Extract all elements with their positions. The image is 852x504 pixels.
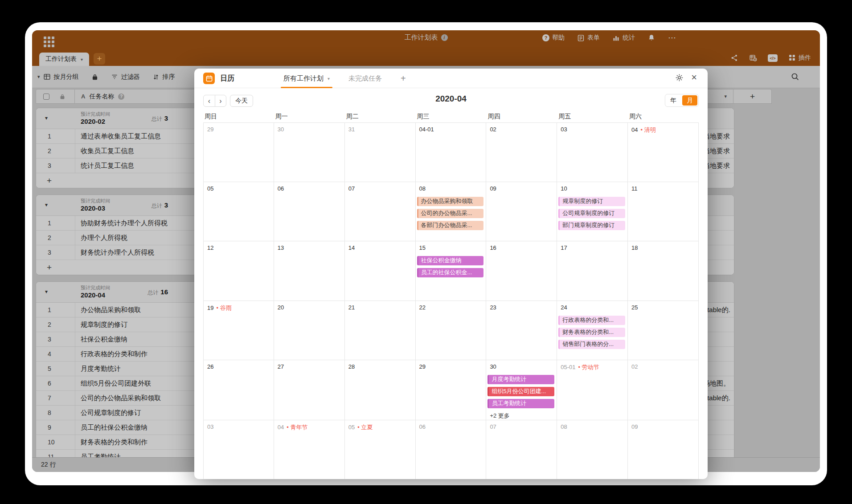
search-icon[interactable] [791,72,799,81]
stats-button[interactable]: 统计 [612,34,635,42]
day-number-row: 21 [345,301,415,313]
day-cell[interactable]: 05 [203,182,274,241]
day-cell[interactable]: 04• 青年节 [274,420,345,479]
day-cell[interactable]: 02 [486,123,557,182]
day-cell[interactable]: 27 [274,360,345,420]
settings-gear-icon[interactable] [675,73,684,82]
filter-button[interactable]: 过滤器 [121,73,140,81]
tab-all-plans[interactable]: 所有工作计划 ▾ [283,69,330,88]
event-chip[interactable]: 社保公积金缴纳 [417,256,484,265]
day-cell[interactable]: 05• 立夏 [345,420,416,479]
forms-button[interactable]: 表单 [577,34,600,42]
lock-icon[interactable] [91,73,98,81]
event-chip[interactable]: 月度考勤统计 [487,375,554,384]
day-cell[interactable]: 09 [628,420,699,479]
day-number-row: 02 [486,123,557,135]
event-chip[interactable]: 财务表格的分类和... [558,328,625,337]
more-events-link[interactable]: +2 更多 [490,412,557,420]
day-cell[interactable]: 07 [486,420,557,479]
day-cell[interactable]: 19• 谷雨 [203,301,274,360]
plugins-button[interactable]: 插件 [788,54,811,62]
group-collapse-caret[interactable]: ▾ [45,202,48,208]
add-column-button[interactable]: + [733,89,772,104]
day-cell[interactable]: 23 [486,301,557,360]
sheet-tab-active[interactable]: 工作计划表 ▾ [39,53,89,66]
day-cell[interactable]: 21 [345,301,416,360]
event-chip[interactable]: 办公物品采购和领取 [417,197,484,206]
share-button[interactable] [730,54,738,62]
day-cell[interactable]: 14 [345,241,416,300]
date-label: 05 [348,424,355,431]
day-cell[interactable]: 29 [203,123,274,182]
day-cell[interactable]: 30 [274,123,345,182]
day-number-row: 15 [416,241,486,253]
day-cell[interactable]: 20 [274,301,345,360]
day-cell[interactable]: 29 [416,360,487,420]
day-cell[interactable]: 10规章制度的修订公司规章制度的修订部门规章制度的修订 [557,182,628,241]
select-all-checkbox[interactable] [43,93,49,100]
more-menu-button[interactable]: ⋯ [668,36,676,40]
day-cell[interactable]: 24行政表格的分类和...财务表格的分类和...销售部门表格的分... [557,301,628,360]
day-cell[interactable]: 03 [203,420,274,479]
day-cell[interactable]: 04• 清明 [628,123,699,182]
day-cell[interactable]: 30月度考勤统计组织5月份公司团建...员工考勤统计+2 更多 [486,360,557,420]
day-cell[interactable]: 18 [628,241,699,300]
date-label: 03 [207,423,213,430]
event-chip[interactable]: 员工的社保公积金... [417,268,484,277]
day-cell[interactable]: 09 [486,182,557,241]
day-cell[interactable]: 04-01 [416,123,487,182]
day-cell[interactable]: 22 [416,301,487,360]
tab-unfinished-tasks[interactable]: 未完成任务 [348,69,382,88]
year-toggle[interactable]: 年 [665,94,681,106]
event-chip[interactable]: 行政表格的分类和... [558,316,625,325]
group-collapse-caret[interactable]: ▾ [45,115,48,121]
day-cell[interactable]: 08办公物品采购和领取公司的办公物品采...各部门办公物品采... [416,182,487,241]
event-chip[interactable]: 各部门办公物品采... [417,221,484,230]
day-cell[interactable]: 25 [628,301,699,360]
day-cell[interactable]: 06 [274,182,345,241]
weekday-label: 周四 [486,113,557,122]
day-cell[interactable]: 15社保公积金缴纳员工的社保公积金... [416,241,487,300]
date-label: 24 [561,304,567,311]
add-sheet-button[interactable]: + [94,53,105,65]
event-chip[interactable]: 销售部门表格的分... [558,340,625,349]
event-chip[interactable]: 公司规章制度的修订 [558,209,625,218]
automation-button[interactable] [749,54,757,62]
view-name[interactable]: 按月分组 [54,73,79,81]
notifications-button[interactable] [647,34,655,42]
close-icon[interactable]: × [691,72,697,83]
day-cell[interactable]: 02 [628,360,699,420]
info-icon[interactable]: i [441,34,448,41]
bell-icon [647,34,655,42]
view-dropdown-caret[interactable]: ▾ [37,74,40,80]
day-cell[interactable]: 17 [557,241,628,300]
event-chip[interactable]: 员工考勤统计 [487,399,554,408]
column-dropdown-caret[interactable]: ▾ [724,93,727,99]
help-button[interactable]: ? 帮助 [542,34,565,42]
day-cell[interactable]: 12 [203,241,274,300]
month-toggle[interactable]: 月 [682,95,697,106]
event-chip[interactable]: 公司的办公物品采... [417,209,484,218]
day-cell[interactable]: 16 [486,241,557,300]
day-cell[interactable]: 08 [557,420,628,479]
group-value: 2020-04 [81,291,105,299]
table-clock-icon [749,54,757,62]
event-chip[interactable]: 部门规章制度的修订 [558,221,625,230]
day-cell[interactable]: 03 [557,123,628,182]
day-cell[interactable]: 07 [345,182,416,241]
day-cell[interactable]: 06 [416,420,487,479]
day-cell[interactable]: 31 [345,123,416,182]
event-chip[interactable]: 规章制度的修订 [558,197,625,206]
event-chip[interactable]: 组织5月份公司团建... [487,387,554,396]
day-cell[interactable]: 26 [203,360,274,420]
group-collapse-caret[interactable]: ▾ [45,289,48,295]
sort-button[interactable]: 排序 [163,73,175,81]
day-cell[interactable]: 28 [345,360,416,420]
row-index: 8 [36,406,75,420]
add-calendar-view-button[interactable]: + [401,73,406,84]
day-cell[interactable]: 05-01• 劳动节 [557,360,628,420]
api-button[interactable]: </> [768,54,778,62]
day-cell[interactable]: 13 [274,241,345,300]
day-cell[interactable]: 11 [628,182,699,241]
date-label: 09 [490,185,496,192]
